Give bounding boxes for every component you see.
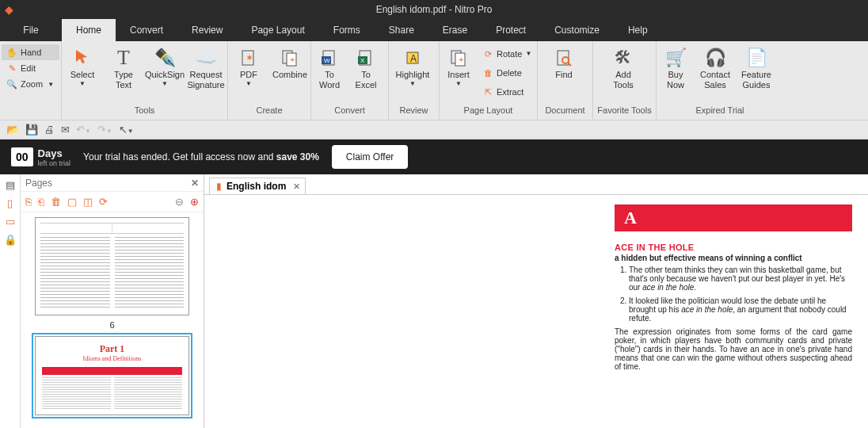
- document-tab[interactable]: ▮ English idom ✕: [209, 178, 306, 194]
- page-thumbnail[interactable]: [35, 217, 189, 315]
- highlight-icon: A: [389, 46, 436, 70]
- delete-page-button[interactable]: 🗑Delete: [478, 63, 536, 82]
- quick-access-toolbar: 📂 💾 🖨 ✉ ↶▼ ↷▼ ↖▼: [0, 120, 868, 139]
- highlight-button[interactable]: AHighlight▼: [389, 41, 436, 87]
- zoom-in-icon[interactable]: ⊕: [190, 196, 199, 208]
- tab-convert[interactable]: Convert: [116, 19, 177, 41]
- signatures-icon[interactable]: ▭: [6, 216, 15, 227]
- bookmarks-icon[interactable]: ▯: [7, 197, 13, 209]
- tab-review[interactable]: Review: [177, 19, 237, 41]
- tools-plus-icon: 🛠: [593, 46, 653, 70]
- find-button[interactable]: Find: [538, 41, 590, 80]
- redo-icon[interactable]: ↷▼: [97, 124, 112, 136]
- tab-erase[interactable]: Erase: [428, 19, 482, 41]
- extract-button[interactable]: ⇱Extract: [478, 82, 536, 101]
- undo-icon[interactable]: ↶▼: [76, 124, 91, 136]
- pages-panel-icon[interactable]: ▤: [6, 179, 15, 191]
- type-text-icon: T: [103, 46, 144, 70]
- svg-text:+: +: [290, 55, 295, 64]
- svg-point-17: [562, 57, 569, 63]
- svg-text:+: +: [459, 55, 463, 64]
- type-text-button[interactable]: TType Text: [103, 41, 144, 90]
- guide-icon: 📄: [736, 46, 777, 70]
- to-word-button[interactable]: WTo Word: [311, 41, 348, 90]
- group-convert-caption: Convert: [311, 105, 388, 120]
- idiom-definition: a hidden but effective means of winning …: [615, 254, 852, 262]
- buy-now-button[interactable]: 🛒Buy Now: [657, 41, 695, 90]
- tab-customize[interactable]: Customize: [540, 19, 614, 41]
- tab-page-layout[interactable]: Page Layout: [237, 19, 318, 41]
- add-tools-button[interactable]: 🛠Add Tools: [593, 41, 653, 90]
- select-button[interactable]: Select▼: [62, 41, 103, 87]
- section-letter: A: [615, 204, 852, 231]
- document-area: ▮ English idom ✕ A ACE IN THE HOLE a hid…: [204, 174, 868, 428]
- extract-page-icon[interactable]: ⎗: [38, 196, 44, 208]
- tab-home[interactable]: Home: [62, 19, 116, 41]
- open-icon[interactable]: 📂: [6, 124, 19, 136]
- close-panel-icon[interactable]: ✕: [191, 178, 199, 189]
- insert-page-icon: +: [440, 46, 478, 70]
- page-view[interactable]: A ACE IN THE HOLE a hidden but effective…: [204, 195, 868, 428]
- claim-offer-button[interactable]: Claim Offer: [332, 145, 408, 169]
- rotate-page-icon[interactable]: ⟳: [99, 196, 108, 208]
- security-icon[interactable]: 🔒: [4, 234, 17, 246]
- example-2: It looked like the politician would lose…: [629, 296, 852, 323]
- group-create-caption: Create: [228, 105, 310, 120]
- hand-tool[interactable]: ✋Hand: [2, 44, 59, 60]
- insert-button[interactable]: +Insert▼: [440, 41, 478, 87]
- combine-button[interactable]: +Combine: [269, 41, 310, 80]
- close-tab-icon[interactable]: ✕: [293, 182, 300, 192]
- feature-guides-button[interactable]: 📄Feature Guides: [736, 41, 777, 90]
- save-icon[interactable]: 💾: [25, 124, 38, 136]
- svg-text:A: A: [410, 53, 417, 64]
- app-logo-icon: ◆: [0, 3, 17, 16]
- tab-protect[interactable]: Protect: [482, 19, 540, 41]
- email-icon[interactable]: ✉: [61, 124, 70, 136]
- cursor-icon: [62, 46, 103, 70]
- zoom-out-icon[interactable]: ⊖: [175, 196, 184, 208]
- group-tools-caption: Tools: [62, 105, 227, 120]
- svg-text:W: W: [324, 57, 330, 64]
- contact-sales-button[interactable]: 🎧Contact Sales: [695, 41, 736, 90]
- edit-tool[interactable]: ✎Edit: [2, 60, 59, 76]
- zoom-icon: 🔍: [6, 78, 17, 90]
- ribbon-left-panel: ✋Hand ✎Edit 🔍Zoom▼: [0, 41, 62, 120]
- crop-page-icon[interactable]: ◫: [83, 196, 93, 208]
- rotate-button[interactable]: ⟳Rotate▼: [478, 44, 536, 63]
- thumbnails[interactable]: 6 Part 1 Idioms and Definitions: [21, 212, 204, 428]
- ribbon: ✋Hand ✎Edit 🔍Zoom▼ Select▼ TType Text ✒️…: [0, 41, 868, 120]
- svg-text:X: X: [360, 57, 365, 64]
- svg-text:✶: ✶: [246, 52, 253, 63]
- cursor-mode-icon[interactable]: ↖▼: [119, 124, 134, 136]
- word-icon: W: [311, 46, 348, 70]
- headset-icon: 🎧: [695, 46, 736, 70]
- idiom-origin: The expression originates from some form…: [615, 327, 852, 371]
- trial-days-label: Days: [38, 147, 71, 159]
- cloud-sign-icon: ☁️: [185, 46, 227, 70]
- trial-message: Your trial has ended. Get full access no…: [83, 151, 319, 162]
- tab-forms[interactable]: Forms: [319, 19, 375, 41]
- pdf-button[interactable]: ✶PDF▼: [228, 41, 269, 87]
- insert-page-icon[interactable]: ⎘: [25, 196, 32, 208]
- to-excel-button[interactable]: XTo Excel: [348, 41, 384, 90]
- page-thumbnail-selected[interactable]: Part 1 Idioms and Definitions: [35, 336, 189, 415]
- pdf-file-icon: ▮: [216, 181, 222, 192]
- cart-icon: 🛒: [657, 46, 695, 70]
- excel-icon: X: [348, 46, 384, 70]
- group-fav-tools-caption: Favorite Tools: [593, 105, 656, 120]
- tab-help[interactable]: Help: [614, 19, 662, 41]
- print-icon[interactable]: 🖨: [44, 124, 55, 136]
- menu-file[interactable]: File: [0, 19, 62, 41]
- menu-bar: File Home Convert Review Page Layout For…: [0, 19, 868, 41]
- quicksign-button[interactable]: ✒️QuickSign▼: [144, 41, 185, 87]
- title-bar: ◆ English idom.pdf - Nitro Pro: [0, 0, 868, 19]
- request-signature-button[interactable]: ☁️Request Signature: [185, 41, 227, 90]
- delete-page-icon[interactable]: 🗑: [51, 196, 61, 208]
- pages-toolbar: ⎘ ⎗ 🗑 ▢ ◫ ⟳ ⊖ ⊕: [21, 192, 204, 212]
- rotate-icon: ⟳: [482, 48, 493, 59]
- new-pdf-icon: ✶: [228, 46, 269, 70]
- tab-share[interactable]: Share: [375, 19, 428, 41]
- replace-page-icon[interactable]: ▢: [67, 196, 77, 208]
- zoom-tool[interactable]: 🔍Zoom▼: [2, 76, 59, 92]
- combine-icon: +: [269, 46, 310, 70]
